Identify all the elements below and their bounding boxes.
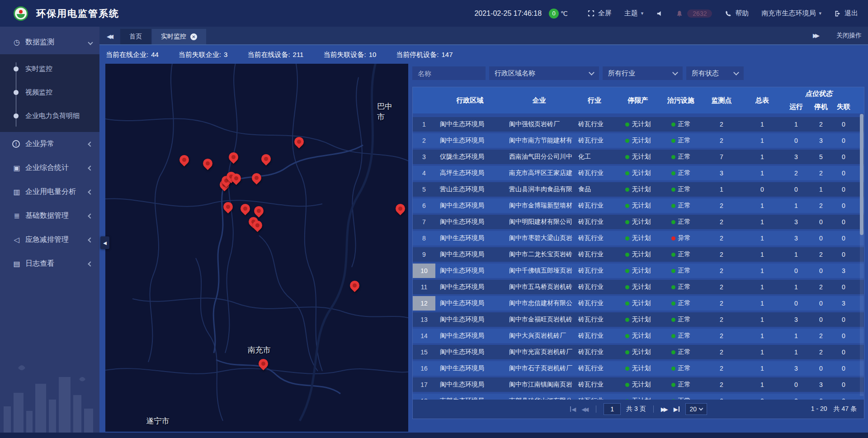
fullscreen-icon (588, 10, 595, 17)
column-header[interactable]: 总表 (742, 87, 783, 113)
cell-run: 3 (783, 231, 810, 245)
close-operations-button[interactable]: 关闭操作 (836, 32, 862, 40)
cell-stop: 5 (810, 150, 832, 164)
help-button[interactable]: 帮助 (725, 9, 749, 18)
table-row[interactable]: 10阆中生态环境局阆中千佛镇五郎垭页岩砖瓦行业无计划正常21003 (413, 264, 864, 278)
table-row[interactable]: 2阆中生态环境局阆中市南方节能建材有砖瓦行业无计划正常21030 (413, 133, 864, 148)
table-row[interactable]: 15阆中生态环境局阆中市光富页岩机砖厂砖瓦行业无计划正常21120 (413, 345, 864, 359)
menu-item-label: 企业综合统计 (25, 163, 69, 173)
table-row[interactable]: 16阆中生态环境局阆中市石子页岩机砖厂砖瓦行业无计划正常21300 (413, 361, 864, 376)
cell-facility-status: 正常 (660, 198, 701, 213)
status-dot-icon (671, 334, 675, 338)
chevron-down-icon: ▾ (641, 10, 644, 16)
last-page-button[interactable]: ▶ (674, 406, 680, 413)
mute-button[interactable] (656, 10, 663, 17)
menu-item[interactable]: ▣企业综合统计 (0, 156, 99, 180)
cell-plan-status: 无计划 (615, 264, 660, 278)
row-index: 10 (413, 264, 435, 278)
table-row[interactable]: 8阆中生态环境局阆中市枣碧大梁山页岩砖瓦行业无计划异常21300 (413, 231, 864, 245)
cell-company: 阆中市忠信建材有限公 (505, 296, 574, 311)
status-dot-icon (671, 155, 675, 159)
prev-page-button[interactable]: ◀◀ (581, 406, 589, 413)
tab-item[interactable]: 首页 (120, 29, 151, 44)
menu-item[interactable]: ▥企业用电量分析 (0, 180, 99, 204)
tabs-scroll-left-icon[interactable]: ◀◀ (107, 33, 120, 40)
column-header[interactable]: 行政区域 (435, 87, 505, 113)
cell-company: 阆中市南方节能建材有 (505, 133, 574, 148)
tabs-scroll-right-icon[interactable]: ▶▶ (813, 32, 825, 39)
cell-industry: 砖瓦行业 (574, 312, 615, 327)
page-number-input[interactable] (604, 403, 621, 415)
map-panel[interactable]: 巴中市南充市遂宁市 (105, 64, 408, 432)
status-select[interactable]: 所有状态 (686, 66, 744, 80)
industry-select[interactable]: 所有行业 (603, 66, 683, 80)
name-search-input[interactable] (412, 66, 486, 80)
column-header[interactable]: 停限产 (615, 87, 660, 113)
table-row[interactable]: 9阆中生态环境局阆中市二龙长宝页岩砖砖瓦行业无计划正常21120 (413, 247, 864, 262)
column-header[interactable]: 企业 (505, 87, 574, 113)
panel-collapse-toggle[interactable]: ◀ (100, 236, 109, 249)
table-row[interactable]: 3仪陇生态环境局西南油气田分公司川中化工无计划正常71350 (413, 150, 864, 164)
submenu-item-label: 实时监控 (25, 65, 52, 73)
temperature-unit: ℃ (561, 10, 568, 17)
cell-points: 7 (701, 150, 742, 164)
logout-button[interactable]: 退出 (834, 9, 858, 18)
table-scrollbar[interactable] (860, 114, 863, 396)
table-row[interactable]: 13阆中生态环境局阆中市金福旺页岩机砖砖瓦行业无计划正常21300 (413, 312, 864, 327)
status-dot-icon (671, 318, 675, 322)
fullscreen-button[interactable]: 全屏 (588, 9, 612, 18)
column-subheader[interactable]: 停机 (810, 100, 832, 113)
table-row[interactable]: 12阆中生态环境局阆中市忠信建材有限公砖瓦行业无计划正常21003 (413, 296, 864, 311)
column-subheader[interactable]: 失联 (832, 100, 855, 113)
tab-active[interactable]: 实时监控 (152, 29, 206, 44)
submenu-item[interactable]: 企业电力负荷明细 (0, 104, 99, 127)
cell-plan-status: 无计划 (615, 231, 660, 245)
cell-lost: 0 (832, 345, 855, 359)
menu-item[interactable]: !企业异常 (0, 132, 99, 156)
table-row[interactable]: 4高坪生态环境局南充市高坪区王家店建砖瓦行业无计划正常31220 (413, 166, 864, 180)
column-subheader[interactable]: 运行 (783, 100, 810, 113)
menu-item[interactable]: ◷数据监测 (0, 30, 99, 54)
submenu-item[interactable]: 视频监控 (0, 80, 99, 104)
cell-points: 3 (701, 166, 742, 180)
org-menu[interactable]: 南充市生态环境局 ▾ (761, 9, 821, 18)
cell-plan-status: 无计划 (615, 296, 660, 311)
cell-region: 阆中生态环境局 (435, 329, 505, 343)
cell-plan-status: 无计划 (615, 345, 660, 359)
menu-item-label: 日志查看 (25, 259, 54, 268)
table-row[interactable]: 7阆中生态环境局阆中明阳建材有限公司砖瓦行业无计划正常21300 (413, 215, 864, 229)
table-row[interactable]: 5营山生态环境局营山县润丰肉食品有限食品无计划正常10010 (413, 182, 864, 197)
notifications[interactable]: 2632 (676, 9, 712, 18)
table-row[interactable]: 6阆中生态环境局阆中市金博瑞新型墙材砖瓦行业无计划正常21120 (413, 198, 864, 213)
menu-item[interactable]: ≣基础数据管理 (0, 204, 99, 228)
cell-industry: 砖瓦行业 (574, 377, 615, 392)
theme-menu[interactable]: 主题 ▾ (624, 9, 644, 18)
table-row[interactable]: 14阆中生态环境局阆中大兴页岩机砖厂砖瓦行业无计划正常21120 (413, 329, 864, 343)
scrollbar-thumb[interactable] (860, 114, 863, 235)
first-page-button[interactable]: ◀ (570, 406, 576, 413)
cell-facility-status: 正常 (660, 166, 701, 180)
cell-meters: 1 (742, 133, 783, 148)
chevron-left-icon (88, 213, 93, 218)
menu-item-label: 应急减排管理 (25, 235, 69, 245)
page-size-select[interactable]: 20 (685, 403, 707, 415)
org-label: 南充市生态环境局 (761, 9, 816, 18)
cell-region: 阆中生态环境局 (435, 264, 505, 278)
submenu-item[interactable]: 实时监控 (0, 57, 99, 80)
menu-item[interactable]: ▤日志查看 (0, 252, 99, 276)
column-header[interactable]: 监测点 (701, 87, 742, 113)
region-select[interactable]: 行政区域名称 (489, 66, 599, 80)
column-header-group: 点位状态 (783, 87, 855, 100)
column-header[interactable]: 治污设施 (660, 87, 701, 113)
cell-facility-status: 异常 (660, 231, 701, 245)
tab-close-icon[interactable] (190, 33, 197, 40)
table-row[interactable]: 1阆中生态环境局阆中强锐页岩砖厂砖瓦行业无计划正常21120 (413, 117, 864, 132)
enterprise-table: 行政区域企业行业停限产治污设施监测点总表点位状态运行停机失联 1阆中生态环境局阆… (412, 87, 864, 419)
next-page-button[interactable]: ▶▶ (661, 406, 668, 413)
table-row[interactable]: 11阆中生态环境局阆中市五马桥页岩机砖砖瓦行业无计划正常21120 (413, 280, 864, 294)
status-dot-icon (625, 139, 629, 143)
table-row[interactable]: 17阆中生态环境局阆中市江南镇阆南页岩砖瓦行业无计划正常21030 (413, 377, 864, 392)
column-header[interactable]: 行业 (574, 87, 615, 113)
menu-item[interactable]: ◁应急减排管理 (0, 228, 99, 252)
chevron-down-icon: ▾ (819, 10, 821, 16)
